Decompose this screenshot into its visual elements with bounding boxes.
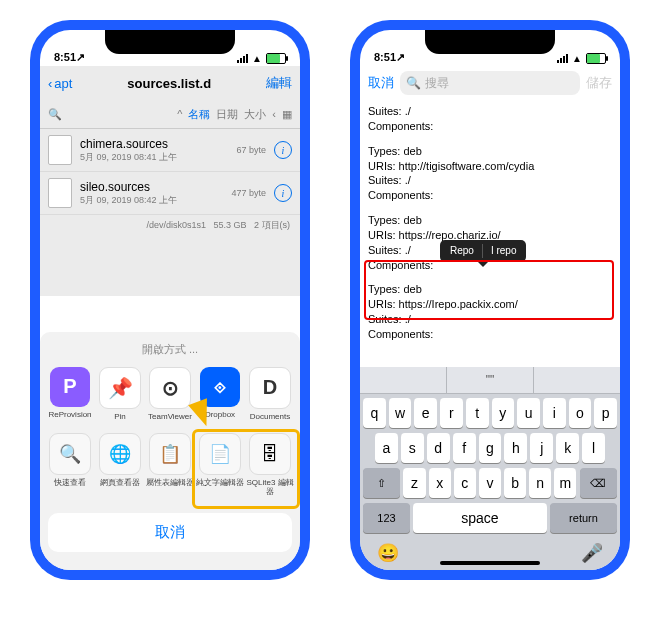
key-s[interactable]: s xyxy=(401,433,424,463)
save-button[interactable]: 儲存 xyxy=(586,74,612,92)
key-m[interactable]: m xyxy=(554,468,576,498)
key-b[interactable]: b xyxy=(504,468,526,498)
key-n[interactable]: n xyxy=(529,468,551,498)
keyboard: "" qwertyuiop asdfghjkl ⇧ zxcvbnm ⌫ 123 … xyxy=(360,367,620,570)
share-action-item[interactable]: 📋屬性表編輯器 xyxy=(146,433,194,497)
share-app-item[interactable]: ⊙TeamViewer xyxy=(146,367,194,422)
numbers-key[interactable]: 123 xyxy=(363,503,410,533)
share-app-item[interactable]: DDocuments xyxy=(246,367,294,422)
file-icon xyxy=(48,135,72,165)
share-action-item[interactable]: 🔍快速查看 xyxy=(46,433,94,497)
key-p[interactable]: p xyxy=(594,398,617,428)
key-t[interactable]: t xyxy=(466,398,489,428)
key-h[interactable]: h xyxy=(504,433,527,463)
key-w[interactable]: w xyxy=(389,398,412,428)
search-field[interactable]: 🔍 搜尋 xyxy=(400,71,580,95)
mic-key[interactable]: 🎤 xyxy=(581,542,603,564)
key-l[interactable]: l xyxy=(582,433,605,463)
autocomplete-tooltip[interactable]: Repo I repo xyxy=(440,240,526,262)
file-icon xyxy=(48,178,72,208)
phone-right: 8:51↗ ▲ 取消 🔍 搜尋 儲存 Suites: ./ Components… xyxy=(350,20,630,580)
key-e[interactable]: e xyxy=(414,398,437,428)
key-r[interactable]: r xyxy=(440,398,463,428)
key-i[interactable]: i xyxy=(543,398,566,428)
share-app-item[interactable]: PReProvision xyxy=(46,367,94,422)
key-g[interactable]: g xyxy=(479,433,502,463)
shift-key[interactable]: ⇧ xyxy=(363,468,400,498)
key-o[interactable]: o xyxy=(569,398,592,428)
space-key[interactable]: space xyxy=(413,503,547,533)
signal-icon xyxy=(237,54,248,63)
cancel-button[interactable]: 取消 xyxy=(368,74,394,92)
key-v[interactable]: v xyxy=(479,468,501,498)
emoji-key[interactable]: 😀 xyxy=(377,542,399,564)
delete-key[interactable]: ⌫ xyxy=(580,468,617,498)
share-sheet: 開啟方式 ... PReProvision📌Pin⊙TeamViewer⟐Dro… xyxy=(40,332,300,570)
cancel-button[interactable]: 取消 xyxy=(48,513,292,552)
key-k[interactable]: k xyxy=(556,433,579,463)
key-d[interactable]: d xyxy=(427,433,450,463)
battery-icon xyxy=(586,53,606,64)
clock: 8:51 xyxy=(374,51,396,63)
key-c[interactable]: c xyxy=(454,468,476,498)
wifi-icon: ▲ xyxy=(252,53,262,64)
key-y[interactable]: y xyxy=(492,398,515,428)
battery-icon xyxy=(266,53,286,64)
return-key[interactable]: return xyxy=(550,503,617,533)
key-x[interactable]: x xyxy=(429,468,451,498)
share-app-item[interactable]: 📌Pin xyxy=(96,367,144,422)
wifi-icon: ▲ xyxy=(572,53,582,64)
signal-icon xyxy=(557,54,568,63)
nav-bar: 取消 🔍 搜尋 儲存 xyxy=(360,66,620,100)
share-action-item[interactable]: 🗄SQLite3 編輯器 xyxy=(246,433,294,497)
share-action-item[interactable]: 🌐網頁查看器 xyxy=(96,433,144,497)
key-j[interactable]: j xyxy=(530,433,553,463)
share-action-item[interactable]: 📄純文字編輯器 xyxy=(196,433,244,497)
text-editor[interactable]: Suites: ./ Components: Types: deb URIs: … xyxy=(360,100,620,328)
search-icon: 🔍 xyxy=(406,76,421,90)
suggestion-bar[interactable]: "" xyxy=(360,367,620,394)
home-indicator[interactable] xyxy=(440,561,540,565)
notch xyxy=(425,30,555,54)
key-f[interactable]: f xyxy=(453,433,476,463)
clock: 8:51 xyxy=(54,51,76,63)
sheet-title: 開啟方式 ... xyxy=(40,332,300,367)
key-q[interactable]: q xyxy=(363,398,386,428)
key-a[interactable]: a xyxy=(375,433,398,463)
key-u[interactable]: u xyxy=(517,398,540,428)
phone-left: 8:51↗ ▲ ‹ apt sources.list.d 編輯 🔍 ^ 名稱 日… xyxy=(30,20,310,580)
highlight-box xyxy=(364,260,614,320)
notch xyxy=(105,30,235,54)
key-z[interactable]: z xyxy=(403,468,425,498)
